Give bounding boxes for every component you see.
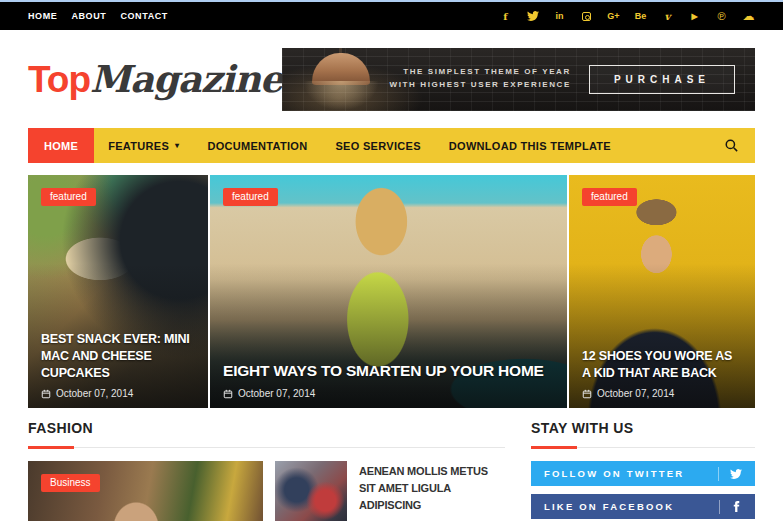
search-icon — [724, 138, 739, 153]
vine-icon[interactable]: v — [661, 10, 674, 23]
topbar: HOME ABOUT CONTACT f in G+ Be v ▶ ℗ ☁ — [0, 2, 783, 30]
sidebar: STAY WITH US FOLLOW ON TWITTER LIKE ON F… — [531, 420, 755, 521]
follow-twitter-label: FOLLOW ON TWITTER — [544, 468, 684, 479]
nav-item-features[interactable]: FEATURES ▾ — [94, 128, 193, 163]
featured-posts-grid: featured BEST SNACK EVER: MINI MAC AND C… — [28, 175, 755, 408]
post-info: AENEAN MOLLIS METUS SIT AMET LIGULA ADIP… — [359, 461, 505, 521]
purchase-button[interactable]: PURCHASE — [589, 65, 735, 94]
featured-badge[interactable]: featured — [223, 188, 278, 206]
post-date-text: October 07, 2014 — [597, 388, 674, 399]
main-navbar: HOME FEATURES ▾ DOCUMENTATION SEO SERVIC… — [28, 128, 755, 163]
site-logo[interactable]: TopMagazine — [28, 57, 282, 101]
instagram-icon[interactable] — [580, 10, 593, 23]
post-date: October 07, 2014 — [41, 388, 195, 399]
topbar-link-contact[interactable]: CONTACT — [120, 11, 168, 21]
business-badge[interactable]: Business — [41, 474, 100, 492]
nav-item-features-label: FEATURES — [108, 140, 169, 152]
fashion-section-body: Business AENEAN MOLLIS METUS SIT AMET LI… — [28, 461, 505, 521]
divider — [718, 467, 719, 481]
google-plus-icon[interactable]: G+ — [607, 10, 620, 23]
post-date: October 07, 2014 — [582, 388, 742, 399]
post-title[interactable]: BEST SNACK EVER: MINI MAC AND CHEESE CUP… — [41, 331, 195, 382]
nav-item-home[interactable]: HOME — [28, 128, 94, 163]
soundcloud-icon[interactable]: ☁ — [742, 10, 755, 23]
topbar-links: HOME ABOUT CONTACT — [28, 11, 168, 21]
post-thumbnail[interactable] — [275, 461, 347, 521]
post-title[interactable]: AENEAN MOLLIS METUS SIT AMET LIGULA ADIP… — [359, 463, 505, 514]
post-title[interactable]: 12 SHOES YOU WORE AS A KID THAT ARE BACK — [582, 348, 742, 382]
linkedin-icon[interactable]: in — [553, 10, 566, 23]
featured-post-1[interactable]: featured BEST SNACK EVER: MINI MAC AND C… — [28, 175, 208, 408]
post-meta: EIGHT WAYS TO SMARTEN UP YOUR HOME Octob… — [223, 361, 554, 399]
instagram-glyph — [582, 12, 591, 21]
nav-item-seo-services[interactable]: SEO SERVICES — [321, 128, 434, 163]
lamp-illustration — [312, 53, 370, 85]
fashion-big-post[interactable]: Business — [28, 461, 263, 521]
banner-tagline-line1: THE SIMPLEST THEME OF YEAR — [390, 66, 571, 79]
featured-post-2[interactable]: featured EIGHT WAYS TO SMARTEN UP YOUR H… — [210, 175, 567, 408]
banner-tagline: THE SIMPLEST THEME OF YEAR WITH HIGHEST … — [390, 66, 571, 92]
twitter-icon — [730, 468, 742, 480]
bar-icon-wrap — [718, 467, 742, 481]
sidebar-heading: STAY WITH US — [531, 420, 755, 448]
facebook-icon[interactable]: f — [499, 10, 512, 23]
calendar-icon — [223, 389, 233, 399]
fashion-section-heading: FASHION — [28, 420, 505, 448]
ad-banner[interactable]: THE SIMPLEST THEME OF YEAR WITH HIGHEST … — [282, 48, 755, 111]
post-meta: BEST SNACK EVER: MINI MAC AND CHEESE CUP… — [41, 331, 195, 399]
featured-badge[interactable]: featured — [582, 188, 637, 206]
content-row: FASHION Business AENEAN MOLLIS METUS SIT… — [28, 420, 755, 521]
bar-icon-wrap — [719, 500, 742, 514]
search-button[interactable] — [708, 128, 755, 163]
nav-item-documentation[interactable]: DOCUMENTATION — [193, 128, 321, 163]
topbar-link-home[interactable]: HOME — [28, 11, 57, 21]
facebook-icon — [731, 501, 742, 512]
pinterest-icon[interactable]: ℗ — [715, 10, 728, 23]
post-date-text: October 07, 2014 — [238, 388, 315, 399]
post-date: October 07, 2014 — [223, 388, 554, 399]
fashion-small-post[interactable]: AENEAN MOLLIS METUS SIT AMET LIGULA ADIP… — [275, 461, 505, 521]
topbar-social: f in G+ Be v ▶ ℗ ☁ — [499, 10, 755, 23]
like-facebook-label: LIKE ON FACEBOOK — [544, 501, 674, 512]
logo-text-magazine: Magazine — [90, 57, 282, 101]
topbar-link-about[interactable]: ABOUT — [71, 11, 106, 21]
behance-icon[interactable]: Be — [634, 10, 647, 23]
featured-badge[interactable]: featured — [41, 188, 96, 206]
site-header: TopMagazine THE SIMPLEST THEME OF YEAR W… — [0, 30, 783, 128]
featured-post-3[interactable]: featured 12 SHOES YOU WORE AS A KID THAT… — [569, 175, 755, 408]
banner-tagline-line2: WITH HIGHEST USER EXPERIENCE — [390, 79, 571, 92]
chevron-down-icon: ▾ — [175, 141, 179, 150]
nav-item-download-template[interactable]: DOWNLOAD THIS TEMPLATE — [435, 128, 625, 163]
twitter-icon[interactable] — [526, 10, 539, 23]
fashion-section: FASHION Business AENEAN MOLLIS METUS SIT… — [28, 420, 505, 521]
post-title[interactable]: EIGHT WAYS TO SMARTEN UP YOUR HOME — [223, 361, 554, 382]
calendar-icon — [41, 389, 51, 399]
logo-text-top: Top — [28, 59, 90, 100]
post-meta: 12 SHOES YOU WORE AS A KID THAT ARE BACK… — [582, 348, 742, 399]
like-facebook-button[interactable]: LIKE ON FACEBOOK — [531, 494, 755, 519]
follow-twitter-button[interactable]: FOLLOW ON TWITTER — [531, 461, 755, 486]
post-date-text: October 07, 2014 — [56, 388, 133, 399]
calendar-icon — [582, 389, 592, 399]
youtube-icon[interactable]: ▶ — [688, 10, 701, 23]
divider — [719, 500, 720, 514]
